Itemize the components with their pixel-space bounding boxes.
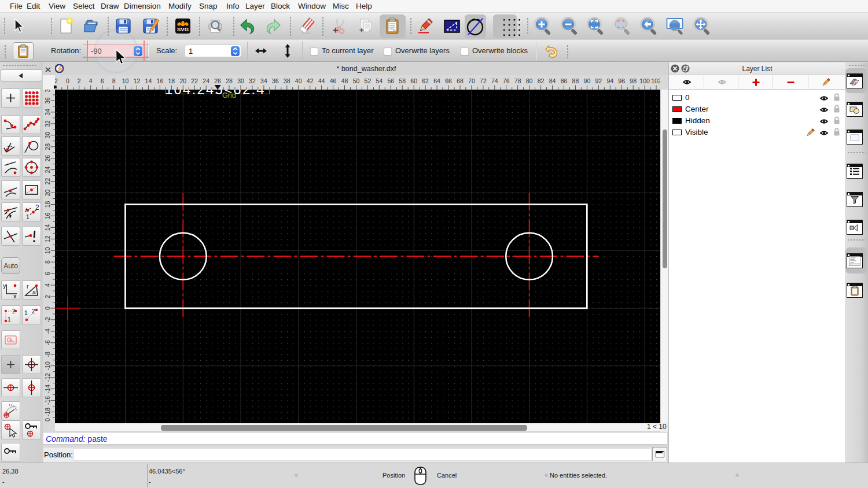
svg-text:52: 52: [365, 77, 372, 84]
svg-text:2: 2: [55, 77, 58, 84]
svg-text:2: 2: [78, 77, 81, 84]
svg-text:1: 1: [26, 214, 30, 220]
svg-text:0: 0: [44, 418, 51, 422]
svg-text:6: 6: [101, 77, 104, 84]
svg-text:22: 22: [191, 77, 198, 84]
svg-text:-14: -14: [44, 385, 51, 393]
svg-text:32: 32: [249, 77, 256, 84]
svg-text:-16: -16: [44, 396, 51, 405]
svg-text:18: 18: [168, 77, 175, 84]
svg-text:78: 78: [514, 77, 521, 84]
svg-text:30: 30: [44, 132, 51, 139]
svg-text:2: 2: [35, 204, 39, 212]
svg-text:86: 86: [561, 77, 568, 84]
svg-text:30: 30: [237, 77, 244, 84]
svg-text:56: 56: [387, 77, 394, 84]
svg-text:92: 92: [595, 77, 602, 84]
svg-text:50: 50: [353, 77, 360, 84]
svg-text:14: 14: [145, 77, 152, 84]
svg-text:2: 2: [44, 295, 51, 298]
svg-text:26: 26: [44, 155, 51, 162]
svg-text:0: 0: [44, 306, 51, 310]
svg-text:54: 54: [376, 77, 382, 84]
svg-text:16: 16: [44, 212, 51, 219]
svg-text:2: 2: [32, 308, 35, 315]
svg-text:-2: -2: [44, 317, 51, 322]
svg-text:8: 8: [44, 260, 51, 264]
svg-text:4: 4: [44, 283, 51, 287]
svg-text:36: 36: [44, 97, 51, 104]
svg-text:44: 44: [318, 77, 325, 84]
svg-text:60: 60: [410, 77, 417, 84]
svg-text:10: 10: [122, 77, 129, 84]
svg-text:14: 14: [44, 224, 51, 231]
svg-text:20: 20: [179, 77, 186, 84]
svg-text:10: 10: [44, 247, 51, 254]
svg-text:20: 20: [44, 190, 51, 197]
svg-text:18: 18: [44, 201, 51, 208]
svg-text:84: 84: [549, 77, 556, 84]
svg-text:102: 102: [651, 77, 660, 84]
svg-text:94: 94: [606, 77, 613, 84]
svg-text:80: 80: [526, 77, 533, 84]
svg-text:22: 22: [44, 178, 51, 185]
svg-text:72: 72: [480, 77, 487, 84]
svg-text:42: 42: [307, 77, 314, 84]
svg-text:-18: -18: [44, 408, 51, 416]
svg-text:0: 0: [66, 77, 69, 84]
svg-text:48: 48: [341, 77, 348, 84]
svg-text:SVG: SVG: [177, 26, 189, 32]
svg-text:8: 8: [112, 77, 116, 84]
svg-text:28: 28: [226, 77, 233, 84]
svg-text:98: 98: [630, 77, 637, 84]
svg-text:28: 28: [44, 143, 51, 150]
svg-text:62: 62: [422, 77, 429, 84]
svg-text:70: 70: [468, 77, 475, 84]
svg-text:2: 2: [12, 308, 16, 315]
svg-text:y: y: [3, 282, 6, 289]
svg-text:1: 1: [24, 310, 28, 316]
svg-text:26: 26: [214, 77, 221, 84]
svg-text:38: 38: [44, 90, 51, 93]
svg-text:-8: -8: [44, 352, 51, 357]
svg-text:82: 82: [538, 77, 545, 84]
svg-text:4: 4: [89, 77, 93, 84]
svg-text:12: 12: [134, 77, 141, 84]
svg-text:74: 74: [491, 77, 498, 84]
svg-text:-6: -6: [44, 340, 51, 345]
svg-text:-10: -10: [44, 361, 51, 370]
svg-text:68: 68: [457, 77, 464, 84]
svg-text:46: 46: [330, 77, 337, 84]
svg-text:24: 24: [203, 77, 209, 84]
svg-text:96: 96: [618, 77, 625, 84]
svg-text:32: 32: [44, 120, 51, 127]
svg-text:38: 38: [284, 77, 290, 84]
svg-text:24: 24: [44, 167, 51, 173]
svg-text:76: 76: [503, 77, 510, 84]
svg-text:40: 40: [295, 77, 302, 84]
svg-text:88: 88: [572, 77, 579, 84]
svg-text:36: 36: [272, 77, 279, 84]
svg-text:64: 64: [433, 77, 440, 84]
svg-text:100: 100: [639, 77, 650, 84]
svg-text:r: r: [27, 283, 29, 290]
svg-text:12: 12: [44, 235, 51, 242]
svg-text:66: 66: [445, 77, 452, 84]
svg-text:6: 6: [44, 272, 51, 275]
svg-text:90: 90: [584, 77, 591, 84]
svg-text:a: a: [32, 289, 36, 295]
svg-text:58: 58: [399, 77, 406, 84]
svg-text:1: 1: [8, 316, 11, 323]
svg-text:16: 16: [157, 77, 164, 84]
svg-text:34: 34: [260, 77, 267, 84]
svg-text:34: 34: [44, 109, 51, 116]
svg-text:-4: -4: [44, 328, 51, 334]
svg-text:x: x: [13, 293, 17, 299]
svg-text:-12: -12: [44, 373, 51, 382]
